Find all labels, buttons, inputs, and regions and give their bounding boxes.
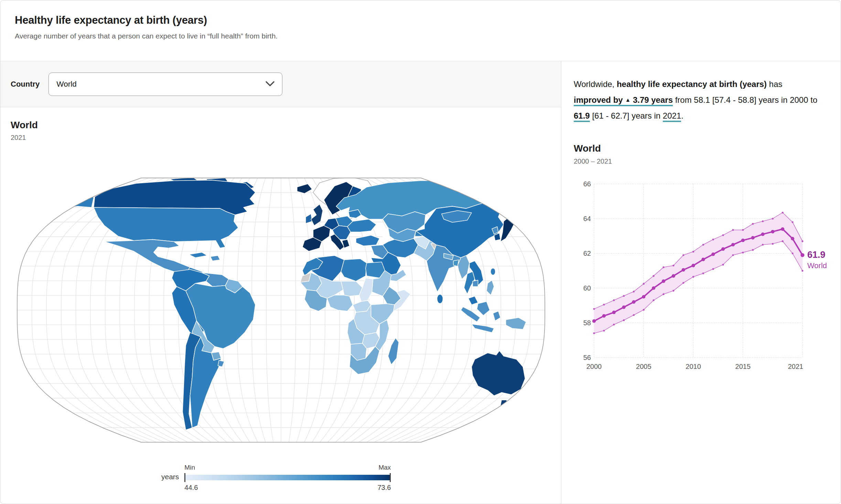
country-niger (341, 281, 362, 296)
map-title: World (11, 120, 561, 131)
summary-text: Worldwide, healthy life expectancy at bi… (574, 76, 819, 124)
trend-chart-subtitle: 2000 – 2021 (574, 157, 834, 165)
trend-line-chart[interactable]: 5658606264662000200520102015202161.9Worl… (574, 174, 834, 373)
svg-text:2021: 2021 (788, 363, 804, 370)
country-malaysia (468, 296, 478, 305)
country-new-guinea (506, 318, 526, 329)
svg-text:World: World (807, 261, 827, 270)
country-select[interactable]: World (48, 73, 282, 96)
summary-metric: healthy life expectancy at birth (years) (617, 79, 767, 89)
country-sulawesi (493, 311, 500, 321)
country-madagascar (388, 338, 399, 365)
country-chad (359, 278, 373, 302)
country-taiwan (491, 269, 495, 275)
svg-text:2000: 2000 (586, 363, 602, 370)
svg-text:62: 62 (583, 250, 591, 257)
map-legend: years Min Max 44.6 73.6 (161, 464, 561, 492)
country-borneo (477, 302, 489, 315)
country-sri-lanka (437, 295, 443, 303)
trend-chart-title: World (574, 143, 834, 154)
country-nigeria (327, 295, 353, 311)
legend-gradient-bar[interactable] (185, 475, 390, 480)
country-label: Country (11, 80, 40, 89)
country-hispaniola (211, 255, 220, 261)
detail-panel: Worldwide, healthy life expectancy at bi… (561, 61, 841, 504)
country-libya (341, 259, 367, 281)
summary-from: from 58.1 [57.4 - 58.8] years in 2000 to (675, 95, 818, 105)
country-uruguay (218, 360, 224, 367)
latest-year-link[interactable]: 2021 (663, 111, 681, 122)
svg-text:66: 66 (583, 180, 591, 188)
summary-verb: has (769, 79, 783, 89)
svg-text:60: 60 (583, 284, 591, 292)
svg-text:2010: 2010 (686, 363, 701, 370)
svg-text:61.9: 61.9 (807, 250, 826, 260)
dashboard-card: Healthy life expectancy at birth (years)… (0, 0, 841, 504)
page-header: Healthy life expectancy at birth (years)… (0, 0, 841, 61)
legend-max-label: Max (378, 464, 391, 471)
world-choropleth-map[interactable] (13, 174, 549, 446)
legend-unit-label: years (161, 473, 179, 492)
svg-text:56: 56 (583, 354, 591, 361)
country-alaska (45, 190, 94, 208)
legend-max-value: 73.6 (377, 484, 391, 492)
map-section: World 2021 (0, 107, 561, 504)
change-highlight[interactable]: improved by ▲ 3.79 years (574, 95, 673, 106)
country-philippines (487, 280, 494, 295)
page-subtitle: Average number of years that a person ca… (15, 32, 827, 40)
country-australia (472, 351, 525, 396)
country-select-value: World (56, 80, 76, 89)
chevron-down-icon (266, 80, 274, 89)
svg-text:64: 64 (583, 215, 591, 222)
legend-min-value: 44.6 (184, 484, 198, 492)
country-new-zealand (520, 401, 528, 411)
summary-range: [61 - 62.7] years in (592, 111, 660, 120)
summary-prefix: Worldwide, (574, 79, 614, 89)
map-column: Country World World 2021 (0, 61, 561, 504)
svg-text:58: 58 (583, 319, 591, 327)
page-title: Healthy life expectancy at birth (years) (15, 14, 827, 26)
body: Country World World 2021 (0, 61, 841, 504)
country-iceland (297, 184, 312, 194)
country-java (472, 324, 494, 332)
svg-text:2015: 2015 (735, 363, 751, 370)
country-mexico (105, 240, 190, 276)
latest-value-link[interactable]: 61.9 (574, 111, 590, 122)
svg-text:2005: 2005 (636, 363, 651, 370)
legend-min-label: Min (184, 464, 195, 471)
country-cambodia (473, 280, 478, 287)
country-cuba (189, 252, 207, 258)
country-controls-bar: Country World (0, 61, 561, 107)
legend-right-tick (390, 473, 391, 482)
map-year: 2021 (11, 134, 561, 142)
country-new-zealand-south (510, 411, 521, 420)
up-arrow-icon: ▲ (625, 97, 630, 103)
